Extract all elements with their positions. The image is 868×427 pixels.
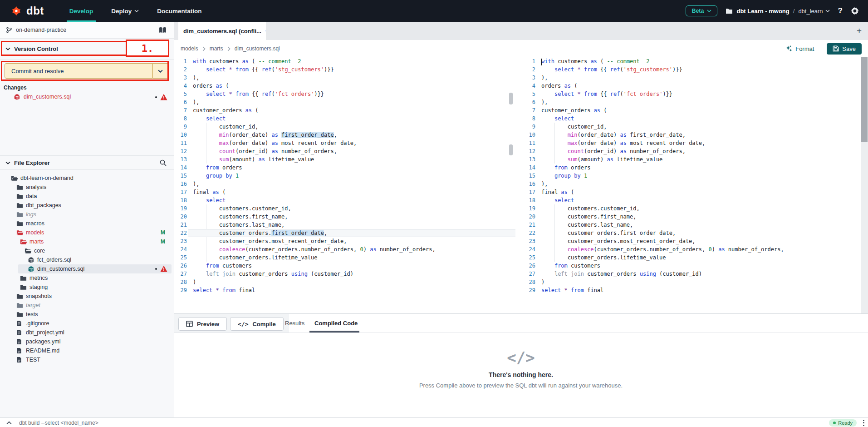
code-line[interactable]: 24 coalesce(customer_orders.number_of_or…: [523, 245, 861, 253]
compile-button[interactable]: </> Compile: [230, 317, 284, 331]
code-line[interactable]: 20 customers.first_name,: [523, 213, 861, 221]
code-line[interactable]: 1with customers as ( -- comment 2: [523, 57, 861, 65]
code-line[interactable]: 28): [174, 278, 515, 286]
code-line[interactable]: 13 sum(amount) as lifetime_value: [174, 155, 515, 164]
code-line[interactable]: 22 customer_orders.first_order_date,: [174, 229, 515, 237]
code-line[interactable]: 9 customer_id,: [523, 123, 861, 131]
code-line[interactable]: 15 group by 1: [174, 172, 515, 180]
code-line[interactable]: 23 customer_orders.most_recent_order_dat…: [174, 237, 515, 245]
nav-deploy[interactable]: Deploy: [102, 0, 148, 22]
dbt-logo[interactable]: dbt: [10, 5, 44, 17]
code-line[interactable]: 15 group by 1: [523, 172, 861, 180]
code-line[interactable]: 4orders as (: [174, 82, 515, 90]
tree-item-target[interactable]: target: [0, 301, 174, 310]
code-line[interactable]: 17final as (: [174, 188, 515, 196]
search-icon[interactable]: [159, 159, 167, 166]
code-line[interactable]: 29select * from final: [523, 286, 861, 294]
nav-documentation[interactable]: Documentation: [148, 0, 211, 22]
project-selector[interactable]: dbt_learn: [798, 8, 829, 15]
code-line[interactable]: 29select * from final: [174, 286, 515, 294]
code-line[interactable]: 7customer_orders as (: [174, 106, 515, 114]
tree-item-packages.yml[interactable]: packages.yml: [0, 337, 174, 346]
tree-item-dim_customers.sql[interactable]: dim_customers.sql: [0, 264, 174, 273]
changed-file-dim_customers.sql[interactable]: dim_customers.sql: [0, 92, 174, 103]
save-button[interactable]: Save: [827, 43, 862, 55]
code-editor-left[interactable]: 1with customers as ( -- comment 22 selec…: [174, 57, 515, 313]
docs-book-icon[interactable]: [159, 27, 167, 34]
code-line[interactable]: 9 customer_id,: [174, 123, 515, 131]
code-line[interactable]: 10 min(order_date) as first_order_date,: [523, 131, 861, 139]
code-line[interactable]: 8 select: [174, 114, 515, 123]
code-line[interactable]: 6),: [174, 98, 515, 106]
code-line[interactable]: 28): [523, 278, 861, 286]
code-line[interactable]: 24 coalesce(customer_orders.number_of_or…: [174, 245, 515, 253]
code-line[interactable]: 10 min(order_date) as first_order_date,: [174, 131, 515, 139]
code-line[interactable]: 13 sum(amount) as lifetime_value: [523, 155, 861, 164]
tree-item-dbt-learn-on-demand[interactable]: dbt-learn-on-demand: [0, 174, 174, 183]
format-button[interactable]: Format: [785, 45, 814, 52]
code-line[interactable]: 18 select: [523, 196, 861, 204]
breadcrumb-item-models[interactable]: models: [181, 45, 198, 52]
code-line[interactable]: 1with customers as ( -- comment 2: [174, 57, 515, 65]
commit-and-resolve-button[interactable]: Commit and resolve: [5, 63, 153, 79]
code-line[interactable]: 21 customers.last_name,: [523, 221, 861, 229]
code-line[interactable]: 25 customer_orders.lifetime_value: [523, 253, 861, 262]
tree-item-dbt_packages[interactable]: dbt_packages: [0, 201, 174, 210]
tree-item-logs[interactable]: logs: [0, 210, 174, 219]
code-line[interactable]: 14 from orders: [523, 164, 861, 172]
breadcrumb-item-marts[interactable]: marts: [210, 45, 223, 52]
code-line[interactable]: 3),: [174, 74, 515, 82]
code-line[interactable]: 25 customer_orders.lifetime_value: [174, 253, 515, 262]
code-line[interactable]: 11 max(order_date) as most_recent_order_…: [174, 139, 515, 147]
scrollbar-thumb[interactable]: [861, 57, 868, 142]
code-line[interactable]: 16),: [174, 180, 515, 188]
tree-item-metrics[interactable]: metrics: [0, 273, 174, 283]
tree-item-snapshots[interactable]: snapshots: [0, 292, 174, 301]
code-line[interactable]: 2 select * from {{ ref('stg_customers')}…: [523, 65, 861, 74]
tree-item-models[interactable]: modelsM: [0, 228, 174, 237]
code-line[interactable]: 14 from orders: [174, 164, 515, 172]
help-icon[interactable]: ?: [838, 6, 843, 15]
beta-dropdown[interactable]: Beta: [686, 5, 717, 16]
code-line[interactable]: 17final as (: [523, 188, 861, 196]
code-line[interactable]: 21 customers.last_name,: [174, 221, 515, 229]
code-line[interactable]: 8 select: [523, 114, 861, 123]
tab-results[interactable]: Results: [285, 314, 304, 333]
code-editor-right[interactable]: 1with customers as ( -- comment 22 selec…: [523, 57, 861, 313]
file-explorer-header[interactable]: File Explorer: [0, 155, 174, 170]
tab-compiled-code[interactable]: Compiled Code: [314, 314, 358, 333]
code-line[interactable]: 5 select * from {{ ref('fct_orders')}}: [523, 90, 861, 98]
code-line[interactable]: 26 from customers: [174, 262, 515, 270]
tree-item-data[interactable]: data: [0, 192, 174, 201]
tree-item-tests[interactable]: tests: [0, 310, 174, 319]
code-line[interactable]: 3),: [523, 74, 861, 82]
account-name[interactable]: dbt Learn - mwong: [736, 8, 789, 15]
branch-name[interactable]: on-demand-practice: [16, 27, 66, 33]
code-line[interactable]: 23 customer_orders.most_recent_order_dat…: [523, 237, 861, 245]
tree-item-.gitignore[interactable]: .gitignore: [0, 319, 174, 328]
code-line[interactable]: 19 customers.customer_id,: [523, 204, 861, 213]
code-line[interactable]: 27 left join customer_orders using (cust…: [523, 270, 861, 278]
code-line[interactable]: 20 customers.first_name,: [174, 213, 515, 221]
breadcrumb-item-dim_customers.sql[interactable]: dim_customers.sql: [235, 45, 280, 52]
code-line[interactable]: 16),: [523, 180, 861, 188]
tree-item-TEST[interactable]: TEST: [0, 355, 174, 364]
code-line[interactable]: 12 count(order_id) as number_of_orders,: [174, 147, 515, 155]
code-line[interactable]: 7customer_orders as (: [523, 106, 861, 114]
code-line[interactable]: 6),: [523, 98, 861, 106]
tree-item-marts[interactable]: martsM: [0, 237, 174, 246]
left-pane-scroll-marker[interactable]: [509, 144, 513, 155]
gear-icon[interactable]: [851, 7, 859, 15]
tree-item-macros[interactable]: macros: [0, 219, 174, 228]
code-line[interactable]: 11 max(order_date) as most_recent_order_…: [523, 139, 861, 147]
code-line[interactable]: 4orders as (: [523, 82, 861, 90]
command-input[interactable]: dbt build --select <model_name>: [19, 420, 98, 426]
kebab-menu-icon[interactable]: [863, 420, 864, 426]
code-line[interactable]: 2 select * from {{ ref('stg_customers')}…: [174, 65, 515, 74]
tree-item-core[interactable]: core: [0, 246, 174, 255]
tree-item-fct_orders.sql[interactable]: fct_orders.sql: [0, 255, 174, 264]
left-pane-scroll-marker[interactable]: [509, 93, 513, 104]
tree-item-README.md[interactable]: README.md: [0, 346, 174, 355]
tree-item-staging[interactable]: staging: [0, 283, 174, 292]
code-line[interactable]: 12 count(order_id) as number_of_orders,: [523, 147, 861, 155]
